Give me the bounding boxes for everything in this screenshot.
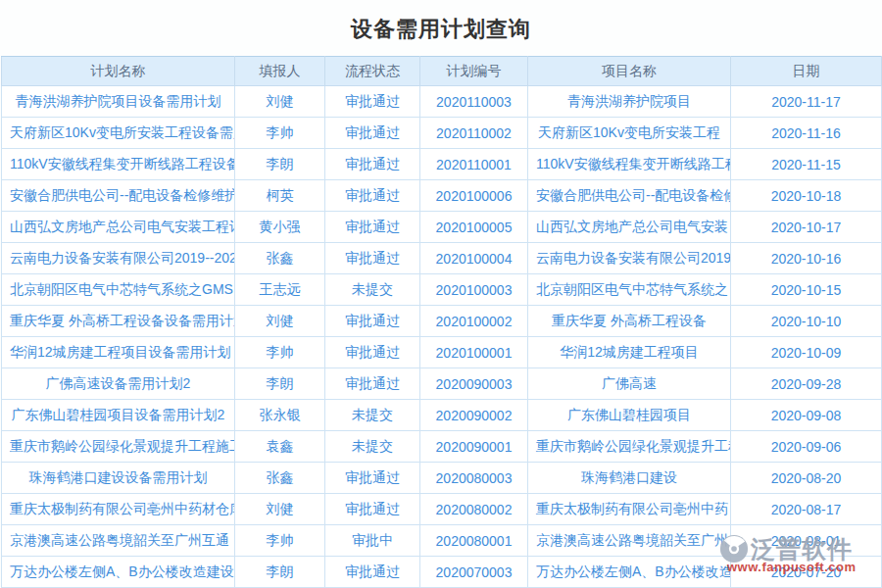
project-name: 天府新区10Kv变电所安装工程 xyxy=(528,118,731,149)
date-value: 2020-08-01 xyxy=(731,525,882,557)
status-text: 审批通过 xyxy=(325,149,420,180)
table-row: 北京朝阳区电气中芯特气系统之GMS王志远未提交2020100003北京朝阳区电气… xyxy=(2,274,882,306)
project-name: 重庆市鹅岭公园绿化景观提升工程 xyxy=(528,431,731,463)
header-date: 日期 xyxy=(731,57,882,86)
plan-number-link[interactable]: 2020080003 xyxy=(420,463,528,494)
plan-name-link[interactable]: 山西弘文房地产总公司电气安装工程计划 xyxy=(2,212,235,243)
reporter-name: 李朗 xyxy=(235,368,325,400)
status-text: 审批中 xyxy=(325,525,420,557)
plan-number-link[interactable]: 2020110001 xyxy=(420,149,528,180)
reporter-name: 李帅 xyxy=(235,525,325,557)
status-text: 未提交 xyxy=(325,431,420,463)
status-text: 审批通过 xyxy=(325,243,420,274)
date-value: 2020-10-09 xyxy=(731,337,882,368)
status-text: 审批通过 xyxy=(325,463,420,494)
table-row: 重庆华夏 外高桥工程设备设备需用计划刘健审批通过2020100002重庆华夏 外… xyxy=(2,306,882,337)
plan-name-link[interactable]: 广东佛山碧桂园项目设备需用计划2 xyxy=(2,400,235,431)
project-name: 珠海鹤港口建设 xyxy=(528,463,731,494)
table-row: 云南电力设备安装有限公司2019--2020张鑫审批通过2020100004云南… xyxy=(2,243,882,274)
plan-number-link[interactable]: 2020100005 xyxy=(420,212,528,243)
date-value: 2020-08-20 xyxy=(731,463,882,494)
status-text: 审批通过 xyxy=(325,212,420,243)
plan-name-link[interactable]: 重庆太极制药有限公司亳州中药材仓库 xyxy=(2,494,235,525)
project-name: 京港澳高速公路粤境韶关至广州 xyxy=(528,525,731,557)
date-value: 2020-07-20 xyxy=(731,557,882,588)
plan-name-link[interactable]: 云南电力设备安装有限公司2019--2020 xyxy=(2,243,235,274)
date-value: 2020-09-08 xyxy=(731,400,882,431)
equipment-plan-query-page: 设备需用计划查询 计划名称 填报人 流程状态 计划编号 项目名称 日期 青海洪湖… xyxy=(0,0,882,588)
date-value: 2020-10-16 xyxy=(731,243,882,274)
date-value: 2020-11-16 xyxy=(731,118,882,149)
plan-name-link[interactable]: 天府新区10Kv变电所安装工程设备需用计划 xyxy=(2,118,235,149)
table-row: 重庆太极制药有限公司亳州中药材仓库刘健审批通过2020080002重庆太极制药有… xyxy=(2,494,882,525)
header-reporter: 填报人 xyxy=(235,57,325,86)
status-text: 审批通过 xyxy=(325,557,420,588)
plan-number-link[interactable]: 2020100004 xyxy=(420,243,528,274)
table-row: 华润12城房建工程项目设备需用计划李帅审批通过2020100001华润12城房建… xyxy=(2,337,882,368)
project-name: 110kV安徽线程集变开断线路工程 xyxy=(528,149,731,180)
table-row: 青海洪湖养护院项目设备需用计划刘健审批通过2020110003青海洪湖养护院项目… xyxy=(2,86,882,118)
plan-number-link[interactable]: 2020080001 xyxy=(420,525,528,557)
reporter-name: 李帅 xyxy=(235,118,325,149)
plan-number-link[interactable]: 2020100003 xyxy=(420,274,528,306)
date-value: 2020-10-15 xyxy=(731,274,882,306)
table-row: 安徽合肥供电公司--配电设备检修维护柯英审批通过2020100006安徽合肥供电… xyxy=(2,180,882,212)
plan-number-link[interactable]: 2020090003 xyxy=(420,368,528,400)
plan-number-link[interactable]: 2020100006 xyxy=(420,180,528,212)
date-value: 2020-10-17 xyxy=(731,212,882,243)
date-value: 2020-09-28 xyxy=(731,368,882,400)
header-plan-name: 计划名称 xyxy=(2,57,235,86)
status-text: 审批通过 xyxy=(325,368,420,400)
reporter-name: 刘健 xyxy=(235,494,325,525)
plan-number-link[interactable]: 2020100001 xyxy=(420,337,528,368)
header-project-name: 项目名称 xyxy=(528,57,731,86)
plan-number-link[interactable]: 2020090001 xyxy=(420,431,528,463)
plan-name-link[interactable]: 广佛高速设备需用计划2 xyxy=(2,368,235,400)
plan-number-link[interactable]: 2020080002 xyxy=(420,494,528,525)
plan-name-link[interactable]: 万达办公楼左侧A、B办公楼改造建设 xyxy=(2,557,235,588)
reporter-name: 黄小强 xyxy=(235,212,325,243)
plan-number-link[interactable]: 2020110003 xyxy=(420,86,528,118)
plan-number-link[interactable]: 2020100002 xyxy=(420,306,528,337)
table-header-row: 计划名称 填报人 流程状态 计划编号 项目名称 日期 xyxy=(2,57,882,86)
reporter-name: 张永银 xyxy=(235,400,325,431)
table-body: 青海洪湖养护院项目设备需用计划刘健审批通过2020110003青海洪湖养护院项目… xyxy=(2,86,882,588)
plan-name-link[interactable]: 京港澳高速公路粤境韶关至广州互通 xyxy=(2,525,235,557)
page-title: 设备需用计划查询 xyxy=(0,0,882,56)
plan-name-link[interactable]: 110kV安徽线程集变开断线路工程设备计划 xyxy=(2,149,235,180)
project-name: 青海洪湖养护院项目 xyxy=(528,86,731,118)
date-value: 2020-10-10 xyxy=(731,306,882,337)
project-name: 云南电力设备安装有限公司2019 xyxy=(528,243,731,274)
reporter-name: 柯英 xyxy=(235,180,325,212)
project-name: 山西弘文房地产总公司电气安装 xyxy=(528,212,731,243)
table-row: 重庆市鹅岭公园绿化景观提升工程施工袁鑫未提交2020090001重庆市鹅岭公园绿… xyxy=(2,431,882,463)
project-name: 安徽合肥供电公司--配电设备检修 xyxy=(528,180,731,212)
plan-number-link[interactable]: 2020090002 xyxy=(420,400,528,431)
date-value: 2020-09-06 xyxy=(731,431,882,463)
plan-number-link[interactable]: 2020070003 xyxy=(420,557,528,588)
project-name: 广佛高速 xyxy=(528,368,731,400)
plan-name-link[interactable]: 重庆华夏 外高桥工程设备设备需用计划 xyxy=(2,306,235,337)
plan-name-link[interactable]: 珠海鹤港口建设设备需用计划 xyxy=(2,463,235,494)
plan-name-link[interactable]: 青海洪湖养护院项目设备需用计划 xyxy=(2,86,235,118)
date-value: 2020-08-17 xyxy=(731,494,882,525)
status-text: 审批通过 xyxy=(325,86,420,118)
date-value: 2020-11-15 xyxy=(731,149,882,180)
plan-name-link[interactable]: 华润12城房建工程项目设备需用计划 xyxy=(2,337,235,368)
project-name: 重庆华夏 外高桥工程设备 xyxy=(528,306,731,337)
reporter-name: 刘健 xyxy=(235,306,325,337)
table-row: 天府新区10Kv变电所安装工程设备需用计划李帅审批通过2020110002天府新… xyxy=(2,118,882,149)
header-plan-number: 计划编号 xyxy=(420,57,528,86)
table-row: 110kV安徽线程集变开断线路工程设备计划李朗审批通过2020110001110… xyxy=(2,149,882,180)
table-row: 广佛高速设备需用计划2李朗审批通过2020090003广佛高速2020-09-2… xyxy=(2,368,882,400)
project-name: 万达办公楼左侧A、B办公楼改造 xyxy=(528,557,731,588)
plan-name-link[interactable]: 北京朝阳区电气中芯特气系统之GMS xyxy=(2,274,235,306)
table-row: 珠海鹤港口建设设备需用计划张鑫审批通过2020080003珠海鹤港口建设2020… xyxy=(2,463,882,494)
reporter-name: 张鑫 xyxy=(235,463,325,494)
status-text: 审批通过 xyxy=(325,180,420,212)
plan-name-link[interactable]: 安徽合肥供电公司--配电设备检修维护 xyxy=(2,180,235,212)
project-name: 广东佛山碧桂园项目 xyxy=(528,400,731,431)
plan-name-link[interactable]: 重庆市鹅岭公园绿化景观提升工程施工 xyxy=(2,431,235,463)
plan-number-link[interactable]: 2020110002 xyxy=(420,118,528,149)
date-value: 2020-10-18 xyxy=(731,180,882,212)
